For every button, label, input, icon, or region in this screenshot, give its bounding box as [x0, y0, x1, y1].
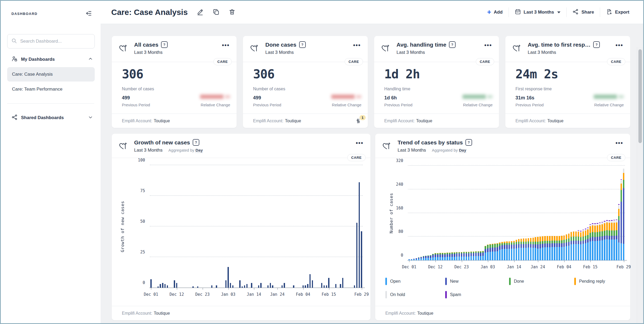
aggregated-by-label: Aggregated by [168, 148, 195, 152]
shared-dashboards-section-header[interactable]: Shared Dashboards [1, 111, 101, 125]
trend-stacked-bar [430, 255, 431, 260]
trend-stacked-bar [573, 231, 575, 260]
trend-chart-plot[interactable]: Number of cases 080160240320Dec 01Dec 12… [408, 166, 625, 260]
search-input[interactable] [20, 38, 91, 44]
growth-bar [197, 286, 198, 288]
bar-segment-new [459, 253, 460, 256]
bar-segment-pending-reply [518, 239, 520, 242]
edit-dashboard-button[interactable] [196, 7, 205, 17]
sidebar-divider [7, 103, 94, 104]
bar-segment-open [411, 260, 412, 260]
legend-item-new[interactable]: New [445, 278, 509, 285]
care-badge: CARE [607, 58, 625, 65]
bar-segment-open [497, 251, 498, 260]
card-menu-button[interactable]: ••• [616, 42, 623, 49]
dashboard-search[interactable] [7, 34, 95, 48]
care-metric-icon [250, 43, 259, 54]
trend-stacked-bar [589, 224, 591, 260]
trend-stacked-bar [442, 253, 443, 260]
bar-segment-new [575, 241, 577, 244]
trend-stacked-bar [492, 244, 493, 260]
bar-segment-open [568, 246, 570, 260]
duplicate-dashboard-button[interactable] [212, 7, 221, 17]
growth-chart-plot[interactable]: Growth of new cases 0255075100Dec 01Dec … [150, 165, 363, 288]
my-dashboards-section-header[interactable]: My Dashboards [1, 52, 101, 67]
legend-item-open[interactable]: Open [385, 278, 445, 285]
bar-segment-done [492, 244, 493, 248]
y-tick-label: 50 [140, 219, 145, 224]
bar-segment-done [601, 231, 603, 236]
sidebar-item-care-case-analysis[interactable]: Care: Case Analysis [7, 67, 95, 82]
x-tick-mark [303, 288, 304, 290]
trend-stacked-bar [482, 251, 484, 261]
growth-bar [312, 280, 313, 288]
growth-bar [192, 286, 193, 288]
x-tick-label: Dec 01 [402, 265, 416, 269]
card-menu-button[interactable]: ••• [356, 140, 364, 147]
kpi-relative-change-value-blurred [331, 95, 361, 99]
growth-bar [260, 283, 261, 288]
card-footer: Emplifi Account: Toutique [112, 306, 370, 320]
bar-segment-open [509, 249, 510, 260]
delete-dashboard-button[interactable] [228, 7, 237, 17]
bar-segment-new [580, 241, 582, 244]
growth-bar [225, 280, 226, 288]
legend-item-on-hold[interactable]: On hold [385, 291, 445, 298]
bar-segment-open [592, 241, 593, 260]
kpi-value: 306 [122, 67, 143, 81]
add-button[interactable]: + Add [481, 6, 508, 18]
card-divider [375, 158, 630, 158]
collapse-sidebar-button[interactable] [84, 9, 93, 19]
scrollbar-track[interactable] [637, 47, 643, 323]
bar-segment-new [468, 253, 470, 256]
bar-segment-open [459, 257, 460, 260]
legend-item-pending-reply[interactable]: Pending reply [574, 278, 622, 285]
sidebar-item-care-team-performance[interactable]: Care: Team Performance [7, 82, 95, 96]
scrollbar-thumb[interactable] [638, 49, 642, 143]
card-menu-button[interactable]: ••• [484, 42, 492, 49]
help-icon[interactable]: ? [465, 139, 472, 146]
bar-segment-new [494, 248, 496, 251]
header-toolbar: + Add Last 3 Months [481, 6, 635, 19]
card-menu-button[interactable]: ••• [616, 140, 623, 147]
trend-stacked-bar [449, 253, 451, 260]
help-icon[interactable]: ? [161, 41, 168, 48]
aggregation-value[interactable]: Day [196, 148, 203, 153]
kpi-relative-change-label: Relative Change [201, 103, 230, 107]
bar-segment-open [489, 252, 491, 260]
help-icon[interactable]: ? [593, 41, 600, 48]
bar-segment-open [611, 240, 613, 260]
card-menu-button[interactable]: ••• [353, 42, 361, 49]
share-network-icon [11, 114, 18, 122]
bar-segment-open [482, 256, 484, 260]
bar-segment-new [451, 254, 453, 257]
account-label: Emplifi Account: [384, 119, 415, 123]
help-icon[interactable]: ? [299, 41, 306, 48]
date-range-button[interactable]: Last 3 Months [509, 6, 566, 19]
trend-stacked-bar [509, 241, 510, 260]
bar-segment-open [616, 239, 617, 260]
legend-item-done[interactable]: Done [509, 278, 574, 285]
help-icon[interactable]: ? [193, 139, 199, 146]
export-button[interactable]: Export [600, 6, 635, 19]
y-tick-label: 160 [396, 206, 403, 210]
x-tick-label: Feb 15 [583, 265, 597, 269]
aggregation-value[interactable]: Day [459, 148, 467, 153]
trend-stacked-bar [427, 256, 429, 260]
share-button[interactable]: Share [567, 6, 600, 19]
legend-item-spam[interactable]: Spam [445, 291, 509, 298]
card-divider [112, 158, 370, 158]
bar-segment-done [485, 246, 486, 249]
bar-segment-pending-reply [594, 226, 596, 232]
trend-stacked-bar [432, 254, 434, 260]
bar-segment-open [478, 256, 479, 260]
search-icon [11, 38, 17, 45]
bar-segment-new [616, 236, 617, 239]
bar-segment-open [475, 256, 477, 260]
bar-segment-pending-reply [535, 237, 536, 242]
bar-segment-pending-reply [523, 238, 525, 242]
bar-segment-open [528, 248, 529, 260]
filter-indicator-button[interactable]: 1 [355, 118, 361, 124]
help-icon[interactable]: ? [449, 41, 456, 48]
card-menu-button[interactable]: ••• [222, 42, 230, 49]
